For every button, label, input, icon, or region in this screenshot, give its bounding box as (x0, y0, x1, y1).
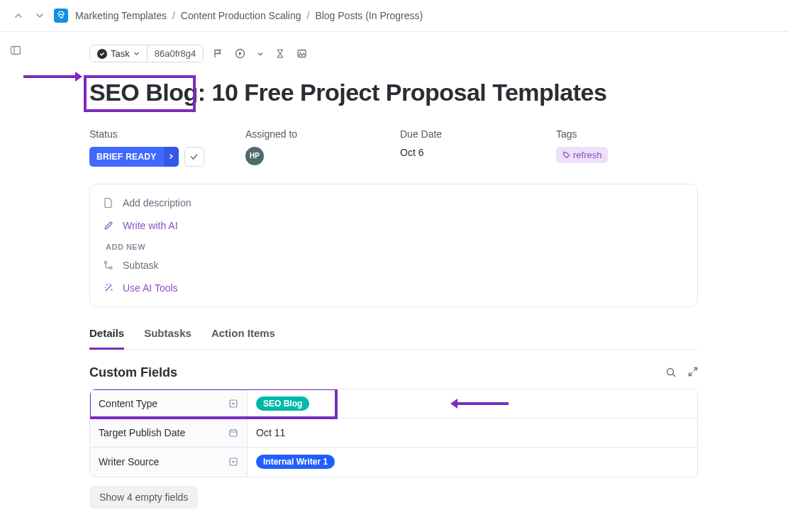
expand-icon[interactable] (688, 367, 698, 378)
show-empty-fields-button[interactable]: Show 4 empty fields (89, 486, 198, 509)
breadcrumb-item[interactable]: Blog Posts (In Progress) (315, 10, 423, 21)
breadcrumb-item[interactable]: Marketing Templates (75, 10, 167, 21)
assigned-label: Assigned to (245, 128, 400, 140)
svg-point-7 (104, 261, 106, 263)
custom-field-row[interactable]: Target Publish Date Oct 11 (90, 419, 697, 448)
custom-field-label: Target Publish Date (90, 419, 248, 447)
task-type-label: Task (111, 48, 130, 59)
svg-rect-3 (298, 50, 306, 57)
subtask-icon (103, 260, 114, 270)
task-check-dot-icon (97, 49, 107, 59)
flag-icon[interactable] (211, 46, 226, 61)
svg-rect-17 (230, 458, 237, 465)
chevron-down-icon (133, 50, 140, 57)
tab-subtasks[interactable]: Subtasks (144, 327, 192, 349)
pencil-icon (103, 221, 114, 231)
breadcrumb-item[interactable]: Content Production Scaling (181, 10, 301, 21)
add-description-button[interactable]: Add description (90, 192, 697, 214)
writer-source-badge: Internal Writer 1 (256, 455, 335, 469)
custom-field-value[interactable]: Internal Writer 1 (248, 448, 697, 477)
meta-row: Status BRIEF READY Assigned to HP (89, 128, 788, 167)
tab-details[interactable]: Details (89, 327, 124, 350)
sparkle-icon (103, 283, 114, 293)
svg-rect-13 (230, 430, 237, 436)
status-chip[interactable]: BRIEF READY (89, 147, 179, 167)
svg-point-9 (667, 369, 674, 375)
custom-field-label-text: Writer Source (99, 456, 159, 467)
chevron-down-icon[interactable] (255, 48, 266, 60)
custom-fields-header: Custom Fields (89, 365, 698, 380)
hourglass-icon[interactable] (273, 46, 287, 61)
custom-field-label-text: Target Publish Date (99, 427, 185, 438)
custom-fields-table: Content Type SEO Blog Target Publish Dat… (89, 389, 698, 477)
content-type-badge: SEO Blog (256, 397, 309, 411)
tag-text: refresh (573, 150, 601, 160)
play-icon[interactable] (233, 46, 248, 61)
svg-point-4 (300, 52, 301, 53)
custom-fields-title: Custom Fields (89, 365, 177, 380)
custom-field-label: Content Type (90, 389, 248, 418)
svg-point-6 (565, 153, 565, 153)
document-icon (103, 197, 114, 209)
nav-forward-icon[interactable] (33, 10, 47, 21)
tabs: Details Subtasks Action Items (89, 327, 698, 350)
image-icon[interactable] (294, 46, 309, 61)
dropdown-icon (228, 399, 238, 409)
annotation-arrow-icon (20, 70, 84, 84)
status-label: Status (89, 128, 245, 140)
use-ai-tools-button[interactable]: Use AI Tools (90, 277, 697, 299)
svg-rect-12 (230, 400, 237, 407)
use-ai-tools-label: Use AI Tools (123, 282, 178, 294)
add-subtask-button[interactable]: Subtask (90, 254, 697, 277)
breadcrumb: Marketing Templates / Content Production… (75, 10, 423, 21)
svg-line-10 (673, 375, 676, 377)
task-type-chip[interactable]: Task (90, 45, 148, 62)
status-next-icon[interactable] (164, 147, 179, 167)
custom-field-row[interactable]: Content Type SEO Blog (90, 389, 697, 419)
task-type-chip-group: Task 86a0fr8g4 (89, 45, 204, 62)
custom-field-row[interactable]: Writer Source Internal Writer 1 (90, 448, 697, 477)
search-icon[interactable] (665, 367, 677, 378)
top-bar: Marketing Templates / Content Production… (0, 0, 788, 32)
nav-back-icon[interactable] (11, 10, 26, 21)
dropdown-icon (228, 457, 238, 467)
due-date-value[interactable]: Oct 6 (400, 147, 556, 158)
tab-action-items[interactable]: Action Items (211, 327, 275, 349)
tags-label: Tags (556, 128, 698, 140)
custom-field-label-text: Content Type (99, 398, 157, 409)
target-publish-date-value: Oct 11 (256, 427, 285, 438)
write-with-ai-button[interactable]: Write with AI (90, 214, 697, 237)
space-icon[interactable] (54, 9, 68, 23)
description-box: Add description Write with AI ADD NEW Su… (89, 184, 698, 307)
tag-icon (562, 151, 570, 159)
tag-chip[interactable]: refresh (556, 147, 608, 163)
avatar[interactable]: HP (245, 147, 264, 165)
breadcrumb-separator: / (172, 10, 175, 21)
custom-field-value[interactable]: Oct 11 (248, 419, 697, 447)
due-date-label: Due Date (400, 128, 556, 140)
task-toolbar: Task 86a0fr8g4 (89, 32, 788, 62)
add-description-label: Add description (123, 197, 192, 209)
write-with-ai-label: Write with AI (123, 220, 178, 231)
task-id-chip[interactable]: 86a0fr8g4 (148, 45, 204, 62)
calendar-icon (228, 428, 238, 438)
complete-button[interactable] (184, 147, 204, 167)
add-subtask-label: Subtask (123, 260, 159, 271)
breadcrumb-separator: / (306, 10, 309, 21)
custom-field-label: Writer Source (90, 448, 248, 477)
add-new-heading: ADD NEW (90, 237, 697, 254)
status-text: BRIEF READY (89, 152, 164, 162)
custom-field-value[interactable]: SEO Blog (248, 389, 697, 418)
page-title[interactable]: SEO Blog: 10 Free Project Proposal Templ… (89, 78, 788, 107)
svg-point-8 (110, 267, 112, 269)
